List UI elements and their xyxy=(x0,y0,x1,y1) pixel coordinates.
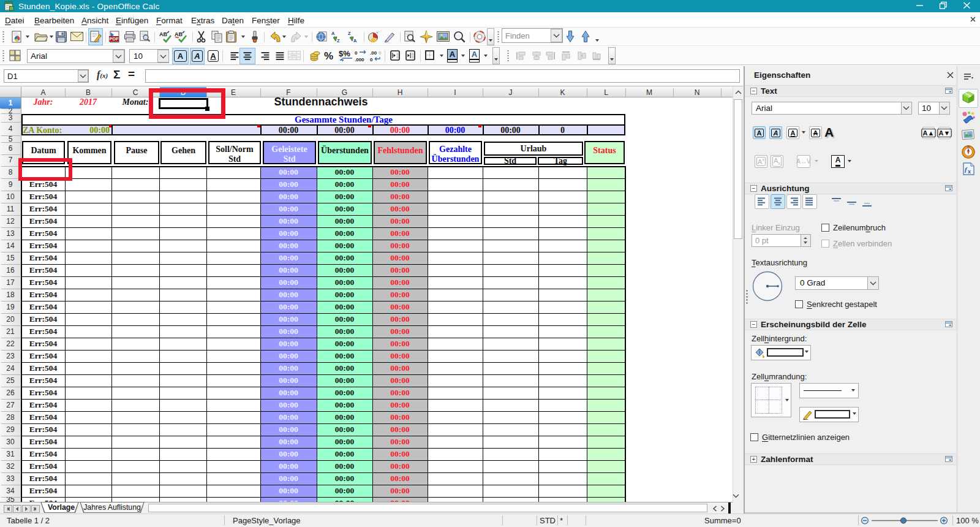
svg-text:0: 0 xyxy=(355,50,358,56)
svg-text:.000: .000 xyxy=(355,57,364,62)
svg-text:0: 0 xyxy=(379,50,382,56)
svg-text:AB: AB xyxy=(159,31,167,37)
svg-text:N: N xyxy=(967,145,970,148)
svg-text:.00: .00 xyxy=(370,50,377,56)
svg-text:A: A xyxy=(331,31,335,36)
svg-text:0: 0 xyxy=(370,57,373,62)
svg-text:PDF: PDF xyxy=(110,36,119,42)
svg-text:Z: Z xyxy=(348,31,351,36)
svg-text:Z: Z xyxy=(337,38,340,43)
svg-text:x: x xyxy=(968,169,971,175)
svg-text:AB: AB xyxy=(175,31,183,37)
